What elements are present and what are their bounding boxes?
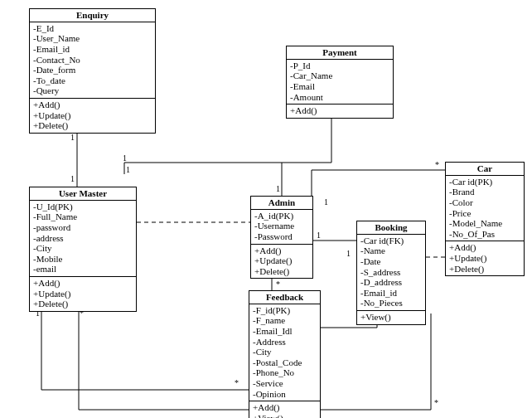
attr: -To_date: [33, 75, 152, 86]
op: +Add(): [449, 242, 520, 253]
attr: -P_Id: [290, 61, 389, 71]
op: +Delete(): [254, 266, 309, 277]
attr: -Email_id: [360, 288, 422, 299]
mult-seg-1a: 1: [123, 153, 127, 163]
attr: -Car id(FK): [360, 236, 422, 246]
op: +Delete(): [33, 299, 133, 309]
class-enquiry-ops: +Add() +Update() +Delete(): [30, 98, 155, 133]
attr: -User_Name: [33, 33, 152, 44]
mult-booking-1: 1: [346, 249, 351, 258]
attr: -address: [33, 233, 133, 244]
mult-feedback-manyA: *: [235, 378, 239, 387]
op: +Delete(): [33, 120, 152, 131]
attr: -No_Pieces: [360, 298, 422, 309]
op: +View(): [360, 312, 422, 323]
attr: -Email_Idl: [253, 326, 317, 337]
class-usermaster: User Master -U_Id(PK) -Full_Name -passwo…: [29, 187, 137, 312]
mult-admin-1b: 1: [324, 197, 328, 207]
attr: -Color: [449, 197, 520, 208]
attr: -email: [33, 264, 133, 275]
class-booking-ops: +View(): [357, 310, 425, 324]
class-car-attrs: -Car id(PK) -Brand -Color -Price -Model_…: [446, 175, 524, 241]
op: +Add(): [33, 100, 152, 110]
class-feedback-attrs: -F_id(PK) -F_name -Email_Idl -Address -C…: [249, 304, 320, 401]
op: +Update(): [33, 110, 152, 121]
attr: -Car id(PK): [449, 177, 520, 187]
op: +Add(): [290, 105, 389, 116]
class-admin-ops: +Add() +Update() +Delete(): [251, 244, 312, 279]
attr: -A_id(PK): [254, 211, 309, 221]
class-enquiry-title: Enquiry: [30, 9, 155, 22]
op: +Add(): [33, 278, 133, 289]
op: +Update(): [254, 255, 309, 266]
attr: -Mobile: [33, 254, 133, 265]
attr: -Brand: [449, 187, 520, 197]
attr: -Username: [254, 221, 309, 231]
attr: -F_name: [253, 315, 317, 326]
attr: -Postal_Code: [253, 357, 317, 368]
attr: -password: [33, 222, 133, 233]
class-enquiry-attrs: -E_Id -User_Name -Email_id -Contact_No -…: [30, 22, 155, 98]
attr: -Email: [290, 81, 389, 92]
class-usermaster-attrs: -U_Id(PK) -Full_Name -password -address …: [30, 200, 136, 276]
class-enquiry: Enquiry -E_Id -User_Name -Email_id -Cont…: [29, 8, 156, 134]
class-booking: Booking -Car id(FK) -Name -Date -S_addre…: [356, 221, 426, 325]
class-car-title: Car: [446, 163, 524, 175]
mult-car-many: *: [435, 160, 439, 169]
op: +Update(): [449, 253, 520, 264]
mult-admin-1c: 1: [276, 184, 280, 193]
mult-usermaster-1a: 1: [70, 174, 75, 183]
attr: -Email_id: [33, 44, 152, 55]
class-admin-attrs: -A_id(PK) -Username -Password: [251, 209, 312, 244]
attr: -D_address: [360, 277, 422, 288]
class-usermaster-title: User Master: [30, 187, 136, 200]
attr: -Phone_No: [253, 367, 317, 378]
class-booking-attrs: -Car id(FK) -Name -Date -S_address -D_ad…: [357, 234, 425, 310]
op: +Add(): [253, 402, 317, 413]
class-car-ops: +Add() +Update() +Delete(): [446, 241, 524, 275]
class-payment: Payment -P_Id -Car_Name -Email -Amount +…: [286, 46, 394, 119]
attr: -S_address: [360, 267, 422, 278]
class-booking-title: Booking: [357, 221, 425, 234]
attr: -Contact_No: [33, 55, 152, 66]
op: +Add(): [254, 245, 309, 256]
attr: -Name: [360, 245, 422, 256]
mult-seg-1b: 1: [126, 165, 130, 174]
attr: -Address: [253, 337, 317, 348]
op: +Delete(): [449, 264, 520, 275]
class-usermaster-ops: +Add() +Update() +Delete(): [30, 276, 136, 311]
attr: -Full_Name: [33, 211, 133, 222]
uml-class-diagram: { "classes": { "enquiry": { "title": "En…: [0, 0, 532, 418]
op: +View(): [253, 413, 317, 418]
class-admin-title: Admin: [251, 197, 312, 209]
attr: -E_Id: [33, 23, 152, 34]
mult-admin-booking-1: 1: [317, 231, 321, 240]
class-feedback-title: Feedback: [249, 291, 320, 304]
attr: -Price: [449, 208, 520, 219]
attr: -Date_form: [33, 65, 152, 75]
attr: -No_Of_Pas: [449, 229, 520, 240]
attr: -Query: [33, 85, 152, 96]
attr: -U_Id(PK): [33, 202, 133, 212]
attr: -City: [33, 243, 133, 254]
attr: -Car_Name: [290, 70, 389, 81]
class-feedback-ops: +Add() +View() +Delete(): [249, 401, 320, 418]
class-payment-title: Payment: [287, 46, 393, 59]
attr: -Opinion: [253, 389, 317, 400]
attr: -Amount: [290, 92, 389, 103]
attr: -Password: [254, 231, 309, 242]
op: +Update(): [33, 289, 133, 299]
attr: -Model_Name: [449, 218, 520, 229]
class-feedback: Feedback -F_id(PK) -F_name -Email_Idl -A…: [249, 290, 321, 418]
attr: -Service: [253, 378, 317, 389]
mult-enquiry-1: 1: [70, 133, 75, 142]
class-admin: Admin -A_id(PK) -Username -Password +Add…: [250, 196, 313, 279]
class-car: Car -Car id(PK) -Brand -Color -Price -Mo…: [445, 162, 525, 276]
attr: -City: [253, 347, 317, 357]
attr: -F_id(PK): [253, 305, 317, 316]
mult-admin-feedback-many: *: [276, 279, 280, 289]
class-payment-ops: +Add(): [287, 104, 393, 118]
class-payment-attrs: -P_Id -Car_Name -Email -Amount: [287, 59, 393, 104]
mult-booking-path-many: *: [434, 398, 438, 407]
attr: -Date: [360, 256, 422, 267]
